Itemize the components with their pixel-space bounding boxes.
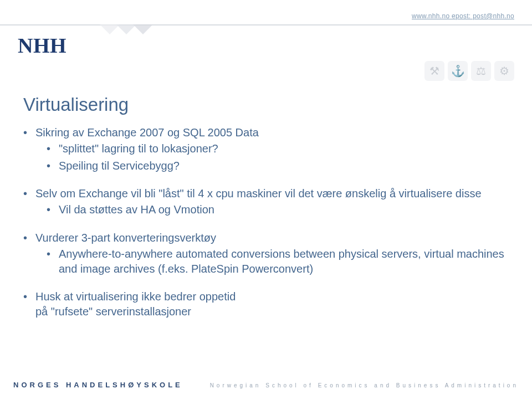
header-divider [0,24,532,25]
bullet-item: Selv om Exchange vil bli "låst" til 4 x … [35,186,512,217]
sub-bullet-item: Speiling til Servicebygg? [59,158,512,173]
footer-right-text: Norwegian School of Economics and Busine… [183,382,519,388]
nhh-logo: NHH [18,33,66,58]
bullet-text: Selv om Exchange vil bli "låst" til 4 x … [35,187,482,200]
slide-content: Virtualisering Sikring av Exchange 2007 … [23,94,512,325]
footer-left-text: NORGES HANDELSHØYSKOLE [13,381,183,389]
bullet-item: Husk at virtualisering ikke bedrer oppet… [35,289,512,319]
bullet-item: Vurderer 3-part konverteringsverktøy Any… [35,231,512,276]
slide-footer: NORGES HANDELSHØYSKOLE Norwegian School … [0,381,532,389]
bullet-item: Sikring av Exchange 2007 og SQL 2005 Dat… [35,125,512,173]
gear-icon: ⚙ [494,61,514,81]
bullet-text: Vurderer 3-part konverteringsverktøy [35,232,216,244]
header-url: www.nhh.no epost: post@nhh.no [412,12,514,20]
anchor-icon: ⚓ [448,61,468,81]
slide-title: Virtualisering [23,94,512,115]
header-decor-triangles [100,24,150,34]
sub-bullet-item: "splittet" lagring til to lokasjoner? [59,141,512,156]
scales-icon: ⚖ [471,61,491,81]
bullet-text: Husk at virtualisering ikke bedrer oppet… [35,290,236,303]
sub-bullet-item: Vil da støttes av HA og Vmotion [59,202,512,217]
bullet-text: Sikring av Exchange 2007 og SQL 2005 Dat… [35,126,259,139]
hammer-pick-icon: ⚒ [424,61,444,81]
bullet-continuation: på "rufsete" serverinstallasjoner [35,305,191,318]
decor-icon-row: ⚒ ⚓ ⚖ ⚙ [424,61,514,81]
sub-bullet-item: Anywhere-to-anywhere automated conversio… [59,247,512,277]
bullet-list: Sikring av Exchange 2007 og SQL 2005 Dat… [23,125,512,173]
